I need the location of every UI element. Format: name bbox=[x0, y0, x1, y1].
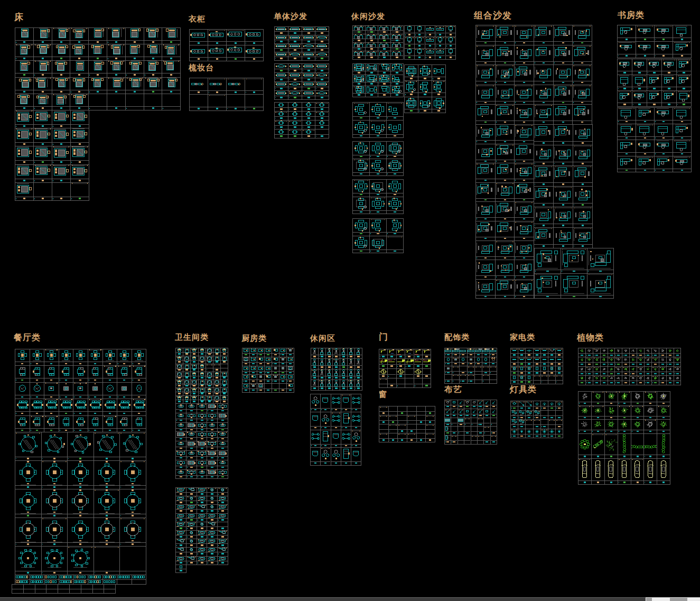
cad-block-cell[interactable] bbox=[435, 37, 445, 48]
cad-block-cell[interactable] bbox=[302, 35, 316, 44]
cad-block-cell[interactable] bbox=[405, 97, 418, 113]
cad-block-cell[interactable] bbox=[644, 406, 657, 420]
cad-block-cell[interactable] bbox=[319, 380, 326, 391]
cad-block-cell[interactable] bbox=[476, 25, 496, 45]
cad-block-cell[interactable] bbox=[496, 45, 515, 66]
cad-block-cell[interactable] bbox=[353, 236, 370, 254]
cad-block-cell[interactable] bbox=[423, 369, 431, 378]
cad-block-cell[interactable] bbox=[103, 575, 118, 580]
cad-block-cell[interactable] bbox=[618, 459, 631, 485]
cad-block-cell[interactable] bbox=[476, 144, 496, 164]
cad-block-cell[interactable] bbox=[593, 348, 601, 357]
cad-block-cell[interactable] bbox=[30, 349, 45, 366]
cad-block-cell[interactable] bbox=[378, 75, 391, 86]
cad-block-cell[interactable] bbox=[245, 45, 264, 61]
cad-block-cell[interactable] bbox=[341, 394, 351, 412]
cad-block-cell[interactable] bbox=[70, 61, 89, 77]
cad-block-cell[interactable] bbox=[59, 416, 74, 432]
cad-block-cell[interactable] bbox=[645, 357, 652, 366]
cad-block-cell[interactable] bbox=[120, 461, 146, 489]
cad-block-cell[interactable] bbox=[391, 75, 404, 86]
cad-block-cell[interactable] bbox=[677, 91, 692, 107]
cad-block-cell[interactable] bbox=[407, 415, 417, 424]
cad-block-cell[interactable] bbox=[353, 34, 366, 43]
cad-block-cell[interactable] bbox=[630, 357, 637, 366]
cad-block-cell[interactable] bbox=[206, 348, 213, 356]
cad-block-cell[interactable] bbox=[451, 400, 458, 409]
cad-block-cell[interactable] bbox=[250, 366, 257, 375]
cad-block-cell[interactable] bbox=[366, 86, 378, 97]
cad-block-cell[interactable] bbox=[601, 367, 608, 376]
cad-block-cell[interactable] bbox=[370, 103, 387, 121]
cad-block-cell[interactable] bbox=[511, 401, 518, 411]
cad-block-cell[interactable] bbox=[191, 396, 198, 404]
cad-block-cell[interactable] bbox=[287, 348, 294, 357]
cad-block-cell[interactable] bbox=[608, 348, 615, 357]
cad-block-cell[interactable] bbox=[484, 427, 490, 436]
cad-block-cell[interactable] bbox=[644, 420, 657, 434]
scrollbar-thumb-0[interactable] bbox=[646, 598, 652, 601]
cad-block-cell[interactable] bbox=[311, 412, 321, 430]
cad-block-cell[interactable] bbox=[213, 380, 221, 388]
cad-block-cell[interactable] bbox=[176, 372, 183, 380]
cad-block-cell[interactable] bbox=[445, 418, 451, 427]
cad-block-cell[interactable] bbox=[257, 375, 265, 384]
cad-block-cell[interactable] bbox=[52, 28, 71, 44]
cad-block-cell[interactable] bbox=[534, 228, 554, 248]
cad-block-cell[interactable] bbox=[526, 348, 533, 357]
cad-block-cell[interactable] bbox=[279, 384, 287, 393]
cad-block-cell[interactable] bbox=[458, 427, 464, 436]
cad-block-cell[interactable] bbox=[631, 459, 645, 485]
cad-block-cell[interactable] bbox=[578, 348, 586, 357]
cad-block-cell[interactable] bbox=[197, 496, 208, 505]
cad-block-cell[interactable] bbox=[218, 413, 228, 423]
cad-block-cell[interactable] bbox=[496, 25, 515, 45]
cad-block-cell[interactable] bbox=[644, 434, 657, 459]
cad-block-cell[interactable] bbox=[117, 366, 132, 382]
cad-block-cell[interactable] bbox=[208, 78, 227, 95]
cad-block-cell[interactable] bbox=[476, 45, 496, 66]
cad-block-cell[interactable] bbox=[206, 364, 213, 372]
cad-block-cell[interactable] bbox=[484, 409, 490, 418]
cad-block-cell[interactable] bbox=[541, 348, 548, 357]
cad-block-cell[interactable] bbox=[35, 589, 47, 594]
cad-block-cell[interactable] bbox=[176, 432, 186, 441]
cad-block-cell[interactable] bbox=[162, 44, 181, 61]
cad-block-cell[interactable] bbox=[221, 380, 228, 388]
cad-block-cell[interactable] bbox=[379, 424, 389, 433]
cad-block-cell[interactable] bbox=[70, 78, 89, 94]
cad-block-cell[interactable] bbox=[275, 35, 288, 44]
cad-block-cell[interactable] bbox=[445, 357, 452, 366]
cad-block-cell[interactable] bbox=[391, 64, 404, 75]
cad-block-cell[interactable] bbox=[659, 376, 667, 385]
cad-block-cell[interactable] bbox=[515, 25, 534, 45]
cad-block-cell[interactable] bbox=[573, 145, 593, 166]
cad-block-cell[interactable] bbox=[370, 197, 387, 215]
cad-block-cell[interactable] bbox=[207, 539, 218, 548]
cad-block-cell[interactable] bbox=[446, 37, 456, 48]
cad-block-cell[interactable] bbox=[518, 420, 526, 429]
cad-block-cell[interactable] bbox=[315, 91, 329, 100]
cad-block-cell[interactable] bbox=[482, 375, 490, 384]
cad-block-cell[interactable] bbox=[176, 505, 186, 513]
cad-block-cell[interactable] bbox=[491, 409, 497, 418]
cad-block-cell[interactable] bbox=[340, 348, 348, 359]
cad-block-cell[interactable] bbox=[30, 575, 45, 580]
cad-block-cell[interactable] bbox=[288, 103, 302, 112]
cad-block-cell[interactable] bbox=[391, 43, 404, 51]
cad-block-cell[interactable] bbox=[348, 369, 355, 380]
cad-block-cell[interactable] bbox=[636, 156, 655, 173]
cad-block-cell[interactable] bbox=[578, 376, 586, 385]
cad-block-cell[interactable] bbox=[186, 496, 197, 505]
cad-block-cell[interactable] bbox=[353, 64, 366, 75]
cad-block-cell[interactable] bbox=[132, 580, 147, 585]
cad-block-cell[interactable] bbox=[15, 28, 34, 44]
cad-block-cell[interactable] bbox=[476, 202, 496, 221]
cad-block-cell[interactable] bbox=[515, 163, 534, 183]
cad-block-cell[interactable] bbox=[674, 348, 682, 357]
cad-block-cell[interactable] bbox=[272, 348, 279, 357]
cad-block-cell[interactable] bbox=[288, 64, 302, 73]
cad-block-cell[interactable] bbox=[515, 183, 534, 202]
cad-block-cell[interactable] bbox=[405, 65, 418, 81]
cad-block-cell[interactable] bbox=[250, 384, 257, 393]
